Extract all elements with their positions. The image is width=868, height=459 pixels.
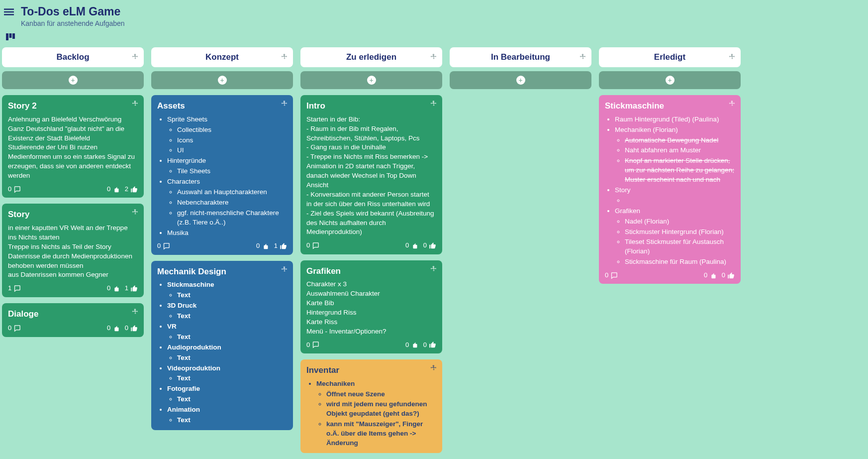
card-body: Raum Hintergrund (Tiled) (Paulina)Mechan… xyxy=(605,115,735,267)
downvote-count: 0 xyxy=(405,241,409,250)
kanban-card[interactable]: GrafikenCharakter x 3Auswahlmenü Charakt… xyxy=(300,260,442,353)
list-item: Text xyxy=(177,291,287,300)
list-item: kann mit "Mauszeiger", Finger o.Ä. über … xyxy=(326,420,436,448)
add-card-button[interactable]: + xyxy=(300,71,442,89)
column-header[interactable]: Zu erledigen xyxy=(300,47,442,67)
upvote-count: 2 xyxy=(125,185,128,194)
page-title: To-Dos eLM Game xyxy=(21,5,125,18)
list-item: Collectibles xyxy=(177,125,287,135)
drag-handle-icon[interactable] xyxy=(132,209,139,219)
downvote-count: 0 xyxy=(107,324,110,333)
list-item: Naht abfahren am Muster xyxy=(625,146,735,155)
list-item: VideoproduktionText xyxy=(167,364,287,384)
list-item: Text xyxy=(177,312,287,321)
list-item: Stickmuster Hintergrund (Florian) xyxy=(625,228,735,237)
kanban-card[interactable]: Mechanik DesignStickmaschineText3D Druck… xyxy=(151,261,293,430)
svg-rect-0 xyxy=(4,8,14,10)
add-card-button[interactable]: + xyxy=(599,71,741,89)
card-body: StickmaschineText3D DruckTextVRTextAudio… xyxy=(157,280,287,425)
drag-handle-icon[interactable] xyxy=(132,308,139,318)
kanban-card[interactable]: Story 2Anlehnung an Bielefeld Verschwöru… xyxy=(2,95,144,198)
thumbs-down-icon[interactable] xyxy=(112,186,120,193)
drag-handle-icon[interactable] xyxy=(729,53,736,62)
kanban-card[interactable]: InventarMechanikenÖffnet neue Szenewird … xyxy=(300,359,442,453)
column-title: Konzept xyxy=(205,52,239,62)
comment-count: 0 xyxy=(306,241,310,250)
comment-icon[interactable] xyxy=(13,186,21,193)
drag-handle-icon[interactable] xyxy=(132,100,139,110)
drag-handle-icon[interactable] xyxy=(132,53,139,62)
kanban-card[interactable]: AssetsSprite SheetsCollectiblesIconsUIHi… xyxy=(151,95,293,255)
thumbs-up-icon[interactable] xyxy=(727,272,735,279)
kanban-column: In Bearbeitung+ xyxy=(450,47,591,95)
column-header[interactable]: Erledigt xyxy=(599,47,741,67)
column-header[interactable]: In Bearbeitung xyxy=(450,47,591,67)
drag-handle-icon[interactable] xyxy=(430,265,437,275)
drag-handle-icon[interactable] xyxy=(430,53,437,62)
list-item: Text xyxy=(177,353,287,363)
list-item: FotografieText xyxy=(167,384,287,404)
upvote-count: 0 xyxy=(423,241,427,250)
drag-handle-icon[interactable] xyxy=(430,364,437,374)
board-view-icon[interactable] xyxy=(6,33,868,42)
thumbs-up-icon[interactable] xyxy=(130,285,138,292)
comment-icon[interactable] xyxy=(312,242,319,249)
list-item: VRText xyxy=(167,322,287,342)
thumbs-down-icon[interactable] xyxy=(709,272,717,279)
card-body: MechanikenÖffnet neue Szenewird mit jede… xyxy=(306,379,436,448)
thumbs-up-icon[interactable] xyxy=(280,242,287,250)
downvote-count: 0 xyxy=(256,241,260,250)
add-card-button[interactable]: + xyxy=(2,71,144,89)
comment-count: 0 xyxy=(306,341,310,349)
kanban-card[interactable]: Storyin einer kaputten VR Welt an der Tr… xyxy=(2,204,144,297)
comment-icon[interactable] xyxy=(13,285,21,292)
thumbs-up-icon[interactable] xyxy=(130,186,138,193)
add-card-button[interactable]: + xyxy=(151,71,293,89)
list-item: HintergründeTile Sheets xyxy=(167,156,287,176)
thumbs-down-icon[interactable] xyxy=(112,325,120,332)
comment-icon[interactable] xyxy=(163,242,170,250)
drag-handle-icon[interactable] xyxy=(281,53,288,62)
kanban-board: Backlog+Story 2Anlehnung an Bielefeld Ve… xyxy=(0,42,868,459)
svg-rect-3 xyxy=(6,33,8,40)
comment-icon[interactable] xyxy=(13,325,21,332)
column-title: Erledigt xyxy=(654,52,685,62)
card-body: Starten in der Bib:- Raum in der Bib mit… xyxy=(306,115,436,237)
drag-handle-icon[interactable] xyxy=(430,100,437,110)
list-item: Text xyxy=(177,333,287,342)
upvote-count: 0 xyxy=(125,324,128,333)
thumbs-up-icon[interactable] xyxy=(130,325,138,332)
thumbs-up-icon[interactable] xyxy=(429,341,436,348)
thumbs-up-icon[interactable] xyxy=(429,242,436,249)
plus-icon: + xyxy=(666,76,675,85)
thumbs-down-icon[interactable] xyxy=(262,242,269,250)
comment-icon[interactable] xyxy=(312,341,319,348)
card-title: Dialoge xyxy=(8,308,138,320)
thumbs-down-icon[interactable] xyxy=(112,285,120,292)
downvote-count: 0 xyxy=(107,284,110,293)
list-item xyxy=(625,196,735,206)
list-item: Text xyxy=(177,374,287,383)
column-header[interactable]: Backlog xyxy=(2,47,144,67)
kanban-card[interactable]: StickmaschineRaum Hintergrund (Tiled) (P… xyxy=(599,95,741,284)
drag-handle-icon[interactable] xyxy=(729,100,736,110)
kanban-column: Backlog+Story 2Anlehnung an Bielefeld Ve… xyxy=(2,47,144,343)
column-header[interactable]: Konzept xyxy=(151,47,293,67)
kanban-column: Konzept+AssetsSprite SheetsCollectiblesI… xyxy=(151,47,293,436)
kanban-card[interactable]: Dialoge00 0 xyxy=(2,303,144,337)
drag-handle-icon[interactable] xyxy=(281,266,288,276)
drag-handle-icon[interactable] xyxy=(579,53,586,62)
thumbs-down-icon[interactable] xyxy=(411,341,418,348)
drag-handle-icon[interactable] xyxy=(281,100,288,110)
downvote-count: 0 xyxy=(405,341,409,349)
comment-count: 0 xyxy=(8,185,11,194)
upvote-count: 0 xyxy=(423,341,427,349)
comment-icon[interactable] xyxy=(610,272,618,279)
menu-icon[interactable] xyxy=(4,7,14,19)
list-item: StickmaschineText xyxy=(167,280,287,300)
thumbs-down-icon[interactable] xyxy=(411,242,418,249)
card-body: Sprite SheetsCollectiblesIconsUIHintergr… xyxy=(157,115,287,238)
kanban-card[interactable]: IntroStarten in der Bib:- Raum in der Bi… xyxy=(300,95,442,254)
add-card-button[interactable]: + xyxy=(450,71,591,89)
list-item: Icons xyxy=(177,136,287,145)
